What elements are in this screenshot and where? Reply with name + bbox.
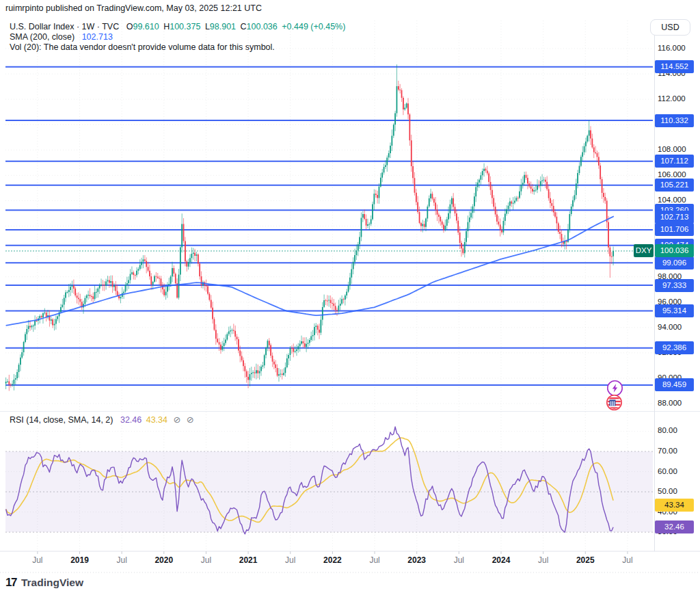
time-axis-year-label: 2019 — [70, 555, 89, 565]
price-level-badge: 105.221 — [655, 179, 694, 192]
symbol-legend-row: U.S. Dollar Index · 1W · TVC O99.610 H10… — [10, 22, 345, 31]
vol-legend-row: Vol (20): The data vendor doesn't provid… — [10, 42, 275, 52]
price-level-badge: 107.112 — [655, 155, 694, 168]
currency-button[interactable]: USD — [650, 19, 690, 36]
price-level-badge: 89.459 — [655, 378, 694, 391]
sma-label: SMA (200, close) — [10, 32, 75, 42]
high-label: H — [163, 22, 170, 31]
time-axis-month-label: Jul — [538, 555, 548, 565]
rsi-axis-tick: 80.00 — [658, 426, 677, 434]
price-axis-tick: 116.000 — [658, 44, 686, 52]
rsi-axis-tick: 50.00 — [658, 487, 677, 495]
time-axis-month-label: Jul — [32, 555, 42, 565]
time-axis-month-label: Jul — [201, 555, 211, 565]
time-axis-year-label: 2020 — [154, 555, 173, 565]
time-axis-month-label: Jul — [622, 555, 632, 565]
tradingview-brand-text: TradingView — [21, 577, 83, 589]
low-label: L — [205, 22, 210, 31]
price-axis-tick: 88.000 — [658, 399, 682, 407]
price-axis-tick: 106.000 — [658, 170, 686, 179]
price-level-badge: 95.314 — [655, 304, 694, 317]
rsi-visibility-toggle-icon[interactable]: ⊘ — [173, 414, 180, 425]
price-level-badge: 102.713 — [655, 211, 694, 224]
time-axis-year-label: 2022 — [323, 555, 342, 565]
close-value: 100.036 — [247, 22, 278, 31]
published-line: ruimrpinto published on TradingView.com,… — [5, 3, 262, 13]
tradingview-brand-link[interactable]: 17 TradingView — [5, 576, 83, 590]
symbol-title: U.S. Dollar Index · 1W · TVC — [10, 22, 119, 31]
change-value: +0.449 (+0.45%) — [282, 22, 345, 31]
rsi-legend-row: RSI (14, close, SMA, 14, 2) 32.46 43.34 … — [10, 414, 194, 425]
us-economic-event-icon[interactable] — [606, 394, 623, 411]
sma-legend-row: SMA (200, close) 102.713 — [10, 32, 113, 42]
high-value: 100.375 — [170, 22, 200, 31]
rsi-ma-value: 43.34 — [146, 415, 167, 425]
rsi-axis-tick: 60.00 — [658, 467, 677, 475]
time-axis-month-label: Jul — [369, 555, 379, 565]
tradingview-snapshot: ruimrpinto published on TradingView.com,… — [0, 0, 700, 593]
time-axis-year-label: 2025 — [576, 555, 595, 565]
open-value: 99.610 — [133, 22, 159, 31]
rsi-axis-tick: 70.00 — [658, 447, 677, 455]
time-axis-month-label: Jul — [454, 555, 464, 565]
open-label: O — [126, 22, 133, 31]
price-level-badge: 97.333 — [655, 279, 694, 292]
price-level-badge: 101.706 — [655, 223, 694, 236]
low-value: 98.901 — [210, 22, 236, 31]
rsi-value: 32.46 — [120, 415, 142, 425]
rsi-label: RSI (14, close, SMA, 14, 2) — [10, 415, 113, 425]
time-axis-month-label: Jul — [116, 555, 126, 565]
price-level-badge: 114.552 — [655, 60, 694, 73]
price-axis-tick: 94.000 — [658, 323, 682, 331]
rsi-value-badge: 32.46 — [655, 520, 694, 533]
price-level-badge: 110.332 — [655, 114, 694, 127]
ticker-label-badge: DXY — [634, 244, 654, 257]
time-axis-year-label: 2023 — [407, 555, 426, 565]
last-price-badge: 100.036 — [655, 244, 694, 257]
time-axis-month-label: Jul — [285, 555, 295, 565]
rsi-ma-badge: 43.34 — [655, 499, 694, 512]
price-axis-tick: 108.000 — [658, 145, 686, 153]
rsi-ma-visibility-toggle-icon[interactable]: ⊘ — [187, 414, 194, 425]
sma-value: 102.713 — [82, 32, 113, 42]
time-axis-year-label: 2021 — [239, 555, 258, 565]
time-axis-year-label: 2024 — [492, 555, 511, 565]
chart-canvas[interactable] — [0, 0, 700, 593]
close-label: C — [241, 22, 247, 31]
tradingview-logo-icon: 17 — [5, 576, 16, 590]
price-level-badge: 92.386 — [655, 341, 694, 354]
price-axis-tick: 104.000 — [658, 196, 686, 204]
vol-message: Vol (20): The data vendor doesn't provid… — [10, 42, 275, 52]
price-level-badge: 99.096 — [655, 256, 694, 269]
price-axis-tick: 112.000 — [658, 94, 686, 103]
